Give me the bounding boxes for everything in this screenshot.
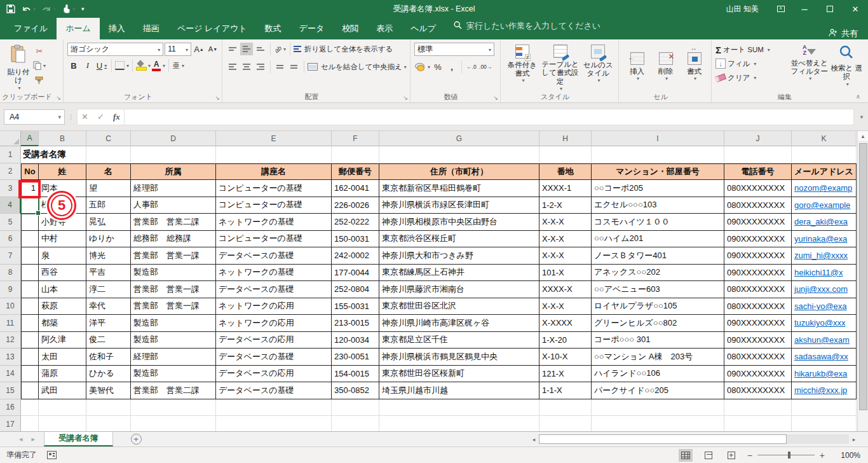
cell-D11[interactable]: 製造部 — [131, 315, 216, 332]
zoom-in-icon[interactable]: + — [820, 450, 825, 460]
cell-E14[interactable]: データベースの応用 — [216, 366, 332, 383]
format-as-table-button[interactable]: テーブルとして書式設定 — [540, 42, 580, 92]
ribbon-tab-挿入[interactable]: 挿入 — [100, 18, 134, 39]
cell-D4[interactable]: 人事部 — [131, 197, 216, 214]
font-dialog-launcher[interactable]: ↘ — [215, 95, 220, 101]
restore-button[interactable] — [817, 0, 843, 18]
vertical-scrollbar-thumb[interactable] — [859, 143, 867, 410]
cell-C7[interactable]: 博光 — [86, 247, 131, 265]
enter-icon[interactable]: ✓ — [97, 112, 104, 121]
cell-I8[interactable]: アネックス○○202 — [592, 265, 724, 282]
cell-D17[interactable] — [131, 416, 216, 431]
cell-E17[interactable] — [216, 416, 332, 431]
cell-G4[interactable]: 神奈川県横浜市緑区長津田町 — [379, 197, 539, 214]
cell-I11[interactable]: グリーンヒルズ○○802 — [592, 315, 724, 332]
italic-button[interactable]: I — [81, 59, 94, 72]
cell-E16[interactable] — [216, 399, 332, 417]
column-header-I[interactable]: I — [592, 131, 724, 146]
cell-J9[interactable]: 080XXXXXXXX — [724, 281, 792, 298]
cell-B9[interactable]: 山本 — [39, 281, 86, 298]
cell-J4[interactable]: 080XXXXXXXX — [724, 197, 792, 214]
vertical-scrollbar[interactable]: ▲ — [857, 131, 868, 431]
select-all-corner[interactable] — [0, 131, 21, 146]
cell-D13[interactable]: 経理部 — [131, 349, 216, 366]
cell-C10[interactable]: 幸代 — [86, 298, 131, 315]
row-header-1[interactable]: 1 — [0, 146, 21, 163]
column-header-J[interactable]: J — [724, 131, 792, 146]
cell-I14[interactable]: ハイランド○○106 — [592, 366, 724, 383]
cell-A12[interactable] — [21, 332, 39, 349]
zoom-out-icon[interactable]: − — [747, 450, 752, 460]
cell-C3[interactable]: 望 — [86, 180, 131, 197]
cell-K12[interactable]: akshun@exam — [792, 332, 857, 349]
wrap-text-button[interactable]: 折り返して全体を表示する — [294, 43, 407, 55]
cell-K10[interactable]: sachi-yo@exa — [792, 298, 857, 315]
cell-I6[interactable]: ○○ハイム201 — [592, 231, 724, 248]
row-header-11[interactable]: 11 — [0, 315, 21, 332]
cell-I17[interactable] — [592, 416, 724, 431]
cell-G14[interactable]: 東京都世田谷区桜新町 — [379, 366, 539, 383]
cell-J2[interactable]: 電話番号 — [724, 163, 792, 181]
cell-K14[interactable]: hikarukb@exa — [792, 366, 857, 383]
undo-icon[interactable] — [22, 5, 36, 13]
align-center-icon[interactable] — [240, 60, 253, 73]
cell-J3[interactable]: 080XXXXXXXX — [724, 180, 792, 197]
ribbon-tab-数式[interactable]: 数式 — [256, 18, 290, 39]
increase-indent-icon[interactable] — [288, 60, 301, 73]
insert-function-icon[interactable]: fx — [113, 112, 120, 122]
copy-icon[interactable] — [33, 59, 46, 72]
cell-H16[interactable] — [539, 399, 592, 417]
cell-D2[interactable]: 所属 — [131, 163, 216, 181]
merge-center-button[interactable]: セルを結合して中央揃え — [308, 60, 407, 73]
delete-cells-button[interactable]: 削除 — [652, 50, 680, 89]
row-header-14[interactable]: 14 — [0, 366, 21, 383]
cell-C14[interactable]: ひかる — [86, 366, 131, 383]
cell-F2[interactable]: 郵便番号 — [332, 163, 379, 181]
cell-C11[interactable]: 洋平 — [86, 315, 131, 332]
number-dialog-launcher[interactable]: ↘ — [493, 95, 498, 101]
cell-D5[interactable]: 営業部 営業二課 — [131, 214, 216, 231]
column-header-A[interactable]: A — [21, 131, 39, 146]
cell-C9[interactable]: 淳二 — [86, 281, 131, 298]
cell-F6[interactable]: 150-0031 — [332, 231, 379, 248]
font-color-icon[interactable]: A — [152, 59, 165, 72]
cell-J14[interactable]: 090XXXXXXXX — [724, 366, 792, 383]
cell-G17[interactable] — [379, 416, 539, 431]
column-header-H[interactable]: H — [539, 131, 592, 146]
cell-H17[interactable] — [539, 416, 592, 431]
cell-D8[interactable]: 製造部 — [131, 265, 216, 282]
cell-F7[interactable]: 242-0002 — [332, 247, 379, 265]
cell-I16[interactable] — [592, 399, 724, 417]
align-top-icon[interactable] — [226, 43, 239, 55]
ribbon-tab-データ[interactable]: データ — [290, 18, 334, 39]
conditional-formatting-button[interactable]: 条件付き書式 — [505, 42, 540, 92]
cell-A5[interactable] — [21, 214, 39, 231]
cell-F5[interactable]: 252-0222 — [332, 214, 379, 231]
cell-E7[interactable]: データベースの基礎 — [216, 247, 332, 265]
ribbon-tab-ページ レイアウト[interactable]: ページ レイアウト — [168, 18, 256, 39]
scroll-up-icon[interactable]: ▲ — [858, 131, 868, 142]
cell-A13[interactable] — [21, 349, 39, 366]
cell-I7[interactable]: ノースＢタワー401 — [592, 247, 724, 265]
cell-J10[interactable]: 080XXXXXXXX — [724, 298, 792, 315]
cell-G10[interactable]: 東京都世田谷区北沢 — [379, 298, 539, 315]
cell-D12[interactable]: 製造部 — [131, 332, 216, 349]
ribbon-tab-ホーム[interactable]: ホーム — [57, 18, 100, 39]
row-header-5[interactable]: 5 — [0, 214, 21, 231]
accounting-format-icon[interactable] — [414, 60, 430, 73]
row-header-17[interactable]: 17 — [0, 416, 21, 431]
cell-A6[interactable] — [21, 231, 39, 248]
cell-D14[interactable]: 製造部 — [131, 366, 216, 383]
save-icon[interactable] — [6, 4, 15, 13]
cell-B13[interactable]: 太田 — [39, 349, 86, 366]
cell-B6[interactable]: 中村 — [39, 231, 86, 248]
cell-D10[interactable]: 営業部 営業一課 — [131, 298, 216, 315]
share-button[interactable]: 共有 — [829, 28, 868, 39]
decrease-font-icon[interactable]: A▼ — [207, 43, 219, 55]
zoom-slider[interactable] — [757, 455, 815, 455]
cell-K17[interactable] — [792, 416, 857, 431]
cell-F10[interactable]: 155-0031 — [332, 298, 379, 315]
cell-H6[interactable]: X-X-X — [539, 231, 592, 248]
cell-H11[interactable]: X-XXXX — [539, 315, 592, 332]
cell-G8[interactable]: 東京都練馬区上石神井 — [379, 265, 539, 282]
